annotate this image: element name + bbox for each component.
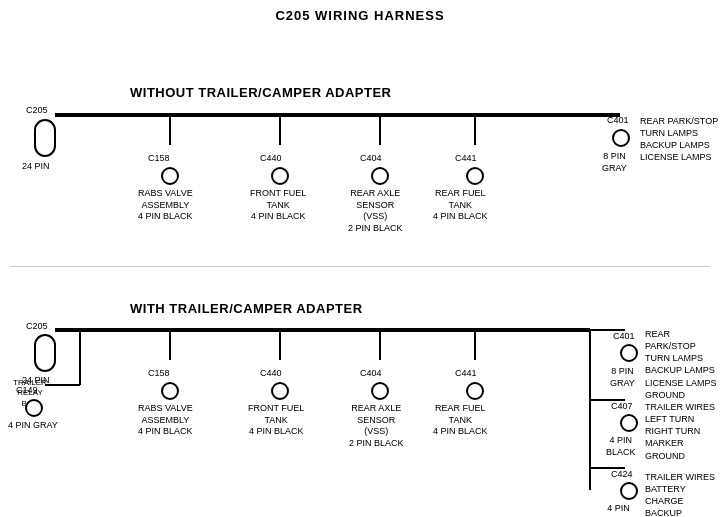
s1-c404-id: C404 bbox=[360, 153, 382, 165]
s2-c158-connector bbox=[161, 382, 179, 400]
s2-c407-label: TRAILER WIRESLEFT TURNRIGHT TURNMARKERGR… bbox=[645, 401, 715, 462]
s2-c158-label: RABS VALVEASSEMBLY4 PIN BLACK bbox=[138, 403, 193, 438]
s2-c149-id: C149 bbox=[16, 385, 38, 397]
s2-c441-label: REAR FUELTANK4 PIN BLACK bbox=[433, 403, 488, 438]
s1-right-connector-pins: 8 PINGRAY bbox=[602, 151, 627, 174]
diagram-area: WITHOUT TRAILER/CAMPER ADAPTER C205 24 P… bbox=[0, 23, 720, 513]
s1-right-connector bbox=[612, 129, 630, 147]
s2-c441-id: C441 bbox=[455, 368, 477, 380]
s2-c441-connector bbox=[466, 382, 484, 400]
s2-c404-label: REAR AXLESENSOR(VSS)2 PIN BLACK bbox=[349, 403, 404, 450]
divider bbox=[10, 266, 710, 267]
s1-c441-label: REAR FUELTANK4 PIN BLACK bbox=[433, 188, 488, 223]
s2-right-labels-top: REAR PARK/STOPTURN LAMPSBACKUP LAMPSLICE… bbox=[645, 328, 720, 401]
s1-c404-label: REAR AXLESENSOR(VSS)2 PIN BLACK bbox=[348, 188, 403, 235]
s2-left-connector bbox=[34, 334, 56, 372]
s2-c149-pins: 4 PIN GRAY bbox=[8, 420, 58, 432]
s1-c441-id: C441 bbox=[455, 153, 477, 165]
s2-c158-id: C158 bbox=[148, 368, 170, 380]
s2-c407-connector bbox=[620, 414, 638, 432]
s1-left-connector bbox=[34, 119, 56, 157]
s1-c158-connector bbox=[161, 167, 179, 185]
section1-label: WITHOUT TRAILER/CAMPER ADAPTER bbox=[130, 85, 392, 100]
s2-c440-id: C440 bbox=[260, 368, 282, 380]
s2-c407-pins: 4 PINBLACK bbox=[606, 435, 636, 458]
s1-right-connector-id: C401 bbox=[607, 115, 629, 127]
s2-c440-label: FRONT FUELTANK4 PIN BLACK bbox=[248, 403, 304, 438]
s2-right-connector bbox=[620, 344, 638, 362]
s1-c440-connector bbox=[271, 167, 289, 185]
s1-c441-connector bbox=[466, 167, 484, 185]
s1-c158-label: RABS VALVEASSEMBLY4 PIN BLACK bbox=[138, 188, 193, 223]
s2-c407-id: C407 bbox=[611, 401, 633, 413]
s2-c424-id: C424 bbox=[611, 469, 633, 481]
s2-c424-connector bbox=[620, 482, 638, 500]
s2-right-connector-id: C401 bbox=[613, 331, 635, 343]
s1-right-labels: REAR PARK/STOPTURN LAMPSBACKUP LAMPSLICE… bbox=[640, 115, 718, 164]
s1-c158-id: C158 bbox=[148, 153, 170, 165]
s1-c440-id: C440 bbox=[260, 153, 282, 165]
s2-c149-connector bbox=[25, 399, 43, 417]
s2-c404-id: C404 bbox=[360, 368, 382, 380]
s2-c440-connector bbox=[271, 382, 289, 400]
section2-label: WITH TRAILER/CAMPER ADAPTER bbox=[130, 301, 363, 316]
s1-c440-label: FRONT FUELTANK4 PIN BLACK bbox=[250, 188, 306, 223]
s1-left-connector-id: C205 bbox=[26, 105, 48, 117]
s1-c404-connector bbox=[371, 167, 389, 185]
page-title: C205 WIRING HARNESS bbox=[0, 0, 720, 23]
s2-left-connector-id: C205 bbox=[26, 321, 48, 333]
s2-right-connector-pins: 8 PINGRAY bbox=[610, 366, 635, 389]
s2-c404-connector bbox=[371, 382, 389, 400]
s1-left-connector-pins: 24 PIN bbox=[22, 161, 50, 173]
s2-c424-label: TRAILER WIRESBATTERY CHARGEBACKUPBRAKES bbox=[645, 471, 720, 517]
s2-c424-pins: 4 PINGRAY bbox=[606, 503, 631, 517]
